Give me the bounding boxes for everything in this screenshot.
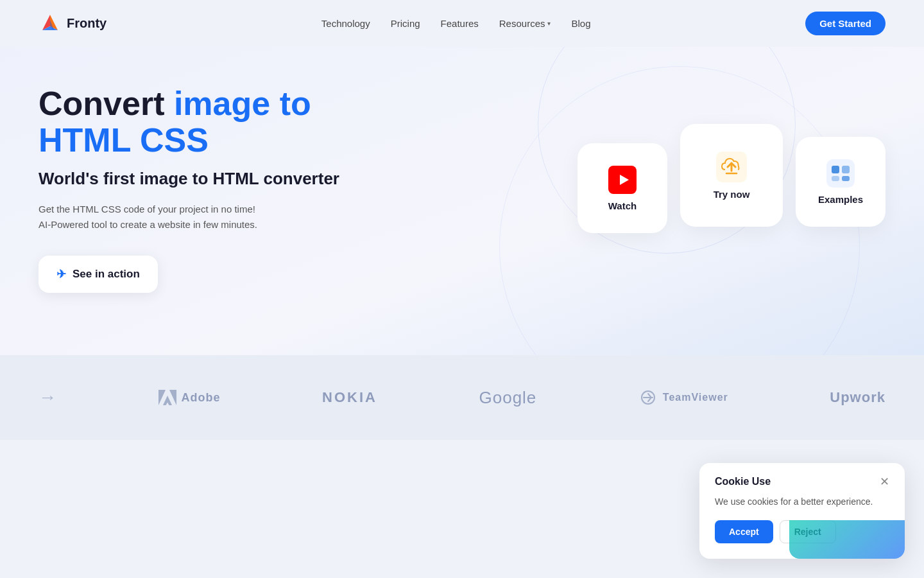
- watch-card-label: Watch: [608, 200, 637, 211]
- hero-cards: Watch Try now Examples: [578, 124, 886, 233]
- upload-icon: [716, 152, 747, 182]
- try-now-card[interactable]: Try now: [680, 124, 783, 227]
- svg-rect-8: [832, 166, 839, 173]
- teamviewer-icon: [638, 390, 658, 405]
- nav-pricing[interactable]: Pricing: [391, 18, 420, 29]
- scroll-arrow-icon: →: [38, 387, 56, 408]
- chevron-down-icon: ▾: [547, 20, 551, 27]
- cookie-banner: Cookie Use ✕ We use cookies for a better…: [699, 463, 905, 559]
- cookie-decoration: [789, 520, 905, 559]
- cookie-text: We use cookies for a better experience.: [715, 495, 889, 509]
- see-action-button[interactable]: ✈ See in action: [38, 256, 158, 293]
- gallery-icon: [826, 159, 855, 188]
- teamviewer-logo: TeamViewer: [638, 390, 728, 405]
- nav-technology[interactable]: Technology: [321, 18, 370, 29]
- examples-card[interactable]: Examples: [796, 137, 886, 227]
- svg-rect-9: [842, 166, 850, 173]
- hero-section: Convert image to HTML CSS World's first …: [0, 47, 924, 355]
- nav-links: Technology Pricing Features Resources ▾ …: [321, 18, 591, 30]
- hero-subtitle: World's first image to HTML converter: [38, 169, 398, 189]
- svg-rect-10: [832, 176, 839, 181]
- try-now-card-label: Try now: [714, 189, 750, 200]
- nokia-logo: NOKIA: [322, 389, 377, 406]
- hero-title: Convert image to HTML CSS: [38, 85, 398, 159]
- youtube-icon: [608, 166, 637, 194]
- cookie-close-button[interactable]: ✕: [880, 476, 889, 487]
- nav-resources[interactable]: Resources ▾: [499, 18, 551, 29]
- brands-inner: → Adobe NOKIA Google TeamViewer Upwork: [38, 387, 886, 408]
- send-icon: ✈: [56, 267, 66, 281]
- watch-card[interactable]: Watch: [578, 143, 667, 233]
- brands-section: → Adobe NOKIA Google TeamViewer Upwork: [0, 355, 924, 440]
- svg-rect-7: [826, 159, 855, 188]
- logo[interactable]: Fronty: [38, 12, 107, 35]
- adobe-icon: [158, 390, 176, 405]
- adobe-logo: Adobe: [158, 390, 221, 405]
- examples-card-label: Examples: [818, 194, 863, 205]
- nav-features[interactable]: Features: [441, 18, 479, 29]
- nav-blog[interactable]: Blog: [571, 18, 590, 29]
- navbar: Fronty Technology Pricing Features Resou…: [0, 0, 924, 47]
- cookie-accept-button[interactable]: Accept: [715, 520, 773, 543]
- hero-content: Convert image to HTML CSS World's first …: [38, 85, 398, 293]
- svg-rect-11: [842, 176, 850, 181]
- hero-description: Get the HTML CSS code of your project in…: [38, 202, 398, 232]
- google-logo: Google: [479, 388, 536, 408]
- cookie-title: Cookie Use: [715, 476, 771, 487]
- upwork-logo: Upwork: [830, 389, 886, 406]
- logo-text: Fronty: [67, 16, 107, 31]
- cookie-header: Cookie Use ✕: [715, 476, 889, 487]
- logo-icon: [38, 12, 62, 35]
- get-started-button[interactable]: Get Started: [805, 12, 886, 35]
